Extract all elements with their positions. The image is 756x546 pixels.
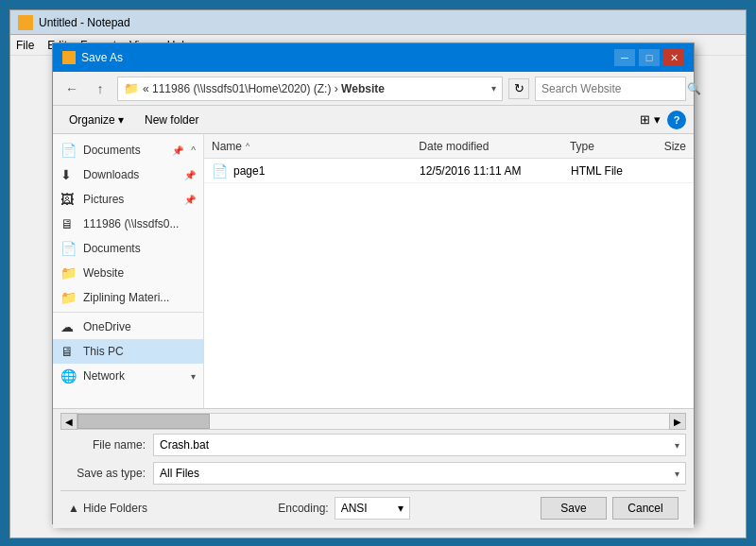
folder-icon: 📁 (124, 81, 139, 95)
col-name-label: Name (212, 140, 242, 153)
docs-sub-icon: 📄 (60, 241, 77, 256)
saveas-label: Save as type: (60, 467, 146, 480)
address-bar: ← ↑ 📁 « 111986 (\\lssdfs01\Home\2020) (Z… (53, 72, 694, 106)
network-icon: 🌐 (60, 368, 77, 384)
maximize-button[interactable]: □ (639, 49, 660, 66)
col-header-date[interactable]: Date modified (411, 140, 562, 153)
sidebar-item-ziplining[interactable]: 📁 Ziplining Materi... (53, 285, 203, 310)
dialog-title-icon (62, 51, 76, 64)
scroll-track[interactable] (77, 413, 669, 430)
sidebar-label-network-drive: 111986 (\\lssdfs0... (83, 217, 179, 230)
forward-button[interactable]: ↑ (89, 77, 112, 100)
sidebar-item-downloads[interactable]: ⬇ Downloads 📌 (53, 162, 203, 187)
col-type-label: Type (570, 140, 594, 153)
pin-icon-downloads: 📌 (184, 170, 196, 180)
sidebar-label-network: Network (83, 369, 125, 383)
saveas-dropdown-arrow[interactable]: ▾ (675, 469, 679, 479)
file-type-cell: HTML File (563, 164, 658, 178)
scroll-left-arrow[interactable]: ◀ (60, 413, 77, 430)
encoding-area: Encoding: ANSI ▾ (278, 497, 409, 520)
action-buttons: Save Cancel (541, 497, 679, 520)
pictures-icon: 🖼 (60, 192, 77, 207)
horizontal-scrollbar[interactable]: ◀ ▶ (60, 413, 686, 430)
file-list: Name ^ Date modified Type Size 📄 page1 (204, 134, 694, 408)
refresh-button[interactable]: ↻ (508, 78, 529, 99)
address-dropdown-arrow[interactable]: ▾ (491, 83, 496, 94)
file-name: page1 (233, 164, 265, 178)
documents-icon: 📄 (60, 143, 77, 158)
address-path[interactable]: 📁 « 111986 (\\lssdfs01\Home\2020) (Z:) ›… (117, 77, 503, 101)
notepad-titlebar: Untitled - Notepad (10, 10, 746, 35)
sidebar-label-thispc: This PC (83, 345, 124, 358)
website-icon: 📁 (60, 265, 77, 281)
sidebar-item-website[interactable]: 📁 Website (53, 261, 203, 285)
close-button[interactable]: ✕ (663, 49, 684, 66)
filename-row: File name: Crash.bat ▾ (60, 434, 686, 456)
expand-icon: ▾ (191, 371, 196, 382)
chevron-up-icon: ▲ (68, 502, 79, 515)
hide-folders-button[interactable]: ▲ Hide Folders (68, 502, 147, 515)
pin-icon-pictures: 📌 (184, 195, 196, 205)
dialog-title: Save As (81, 51, 123, 64)
dialog-window-controls: ─ □ ✕ (614, 49, 684, 66)
cancel-button[interactable]: Cancel (612, 497, 679, 520)
dialog-title-left: Save As (62, 51, 123, 64)
bottom-actions: ▲ Hide Folders Encoding: ANSI ▾ Save Can… (60, 490, 686, 524)
encoding-dropdown-arrow: ▾ (398, 502, 404, 515)
sidebar-item-network[interactable]: 🌐 Network ▾ (53, 364, 203, 388)
minimize-button[interactable]: ─ (614, 49, 635, 66)
search-box[interactable]: 🔍 (535, 77, 686, 101)
save-as-dialog: Save As ─ □ ✕ ← ↑ 📁 « 111986 (\\lssdfs01… (52, 43, 695, 524)
search-input[interactable] (541, 82, 683, 95)
sidebar-label-docs-sub: Documents (83, 242, 141, 255)
menu-file[interactable]: File (16, 39, 34, 52)
file-type: HTML File (571, 164, 623, 178)
saveas-row: Save as type: All Files ▾ (60, 462, 686, 485)
scroll-thumb[interactable] (77, 414, 210, 429)
encoding-value: ANSI (341, 502, 368, 515)
col-header-name[interactable]: Name ^ (204, 140, 411, 153)
content-area: 📄 Documents 📌 ^ ⬇ Downloads 📌 🖼 Pictures… (53, 134, 694, 408)
filename-input[interactable]: Crash.bat ▾ (153, 434, 686, 456)
filename-value: Crash.bat (160, 438, 209, 452)
toolbar-right: ⊞ ▾ ? (639, 110, 686, 130)
address-text: « 111986 (\\lssdfs01\Home\2020) (Z:) › W… (143, 82, 488, 95)
sidebar-item-network-drive[interactable]: 🖥 111986 (\\lssdfs0... (53, 212, 203, 236)
table-row[interactable]: 📄 page1 12/5/2016 11:11 AM HTML File (204, 159, 694, 183)
scroll-right-arrow[interactable]: ▶ (669, 413, 686, 430)
onedrive-icon: ☁ (60, 319, 77, 334)
col-date-label: Date modified (419, 140, 489, 153)
ziplining-icon: 📁 (60, 290, 77, 305)
sort-arrow-name: ^ (246, 142, 249, 151)
col-header-size[interactable]: Size (657, 140, 694, 153)
sidebar-separator-1 (53, 312, 203, 313)
sort-arrow: ^ (191, 145, 196, 156)
organize-button[interactable]: Organize ▾ (60, 110, 132, 130)
network-drive-icon: 🖥 (60, 216, 77, 231)
sidebar-label-documents: Documents (83, 144, 141, 157)
sidebar-label-onedrive: OneDrive (83, 320, 131, 333)
search-icon: 🔍 (687, 82, 701, 95)
encoding-select[interactable]: ANSI ▾ (335, 497, 410, 520)
saveas-value: All Files (160, 467, 199, 480)
filename-dropdown-arrow[interactable]: ▾ (675, 440, 679, 451)
view-button[interactable]: ⊞ ▾ (639, 110, 662, 130)
file-date-cell: 12/5/2016 11:11 AM (412, 164, 563, 178)
sidebar-item-thispc[interactable]: 🖥 This PC (53, 339, 203, 364)
save-button[interactable]: Save (541, 497, 607, 520)
sidebar-item-documents-pinned[interactable]: 📄 Documents 📌 ^ (53, 138, 203, 162)
col-header-type[interactable]: Type (562, 140, 657, 153)
back-button[interactable]: ← (60, 77, 83, 100)
new-folder-button[interactable]: New folder (136, 110, 207, 130)
sidebar-item-pictures[interactable]: 🖼 Pictures 📌 (53, 187, 203, 212)
saveas-input[interactable]: All Files ▾ (153, 462, 686, 485)
toolbar: Organize ▾ New folder ⊞ ▾ ? (53, 106, 694, 134)
encoding-label: Encoding: (278, 502, 328, 515)
help-button[interactable]: ? (667, 111, 686, 129)
sidebar-label-website: Website (83, 266, 124, 280)
notepad-app-icon (18, 15, 33, 30)
pin-icon: 📌 (172, 145, 183, 156)
sidebar-item-documents-sub[interactable]: 📄 Documents (53, 236, 203, 261)
bottom-bar: ◀ ▶ File name: Crash.bat ▾ Save as type:… (53, 408, 694, 528)
sidebar-item-onedrive[interactable]: ☁ OneDrive (53, 315, 203, 339)
